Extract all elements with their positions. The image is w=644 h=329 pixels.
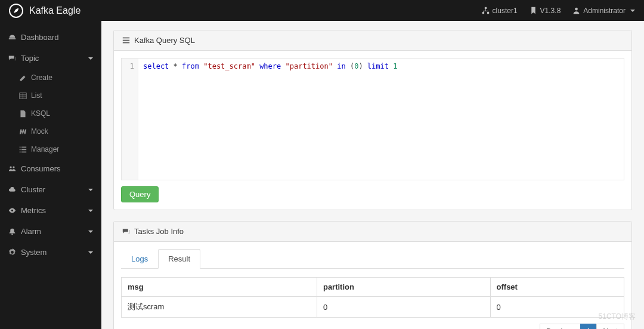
pager-next[interactable]: Next <box>596 324 624 329</box>
nav-dashboard[interactable]: Dashboard <box>0 27 101 48</box>
feather-icon <box>9 4 23 18</box>
dashboard-icon <box>8 33 16 41</box>
bookmark-icon <box>530 7 537 14</box>
svg-point-12 <box>10 166 11 168</box>
query-panel-header: Kafka Query SQL <box>114 30 631 51</box>
caret-down-icon <box>88 57 93 60</box>
tasks-icon <box>122 36 130 44</box>
tasks-panel-title: Tasks Job Info <box>134 227 184 236</box>
nav-alarm[interactable]: Alarm <box>0 221 101 242</box>
svg-rect-0 <box>484 7 486 9</box>
svg-rect-10 <box>20 151 21 152</box>
nav-topic-ksql[interactable]: KSQL <box>0 104 101 122</box>
sql-editor[interactable]: 1 select * from "test_scram" where "part… <box>121 58 624 180</box>
editor-code[interactable]: select * from "test_scram" where "partit… <box>138 59 402 180</box>
svg-point-13 <box>13 166 14 168</box>
svg-rect-9 <box>21 149 26 150</box>
nav-metrics[interactable]: Metrics <box>0 200 101 221</box>
col-msg[interactable]: msg <box>122 278 317 297</box>
sidebar: Dashboard Topic Create List KSQL Mock Ma… <box>0 21 101 329</box>
editor-gutter: 1 <box>122 59 138 180</box>
nav-system[interactable]: System <box>0 242 101 263</box>
nav-topic-list[interactable]: List <box>0 87 101 104</box>
svg-rect-8 <box>20 149 21 150</box>
nav-topic[interactable]: Topic <box>0 48 101 69</box>
nav-topic-create[interactable]: Create <box>0 69 101 87</box>
caret-down-icon <box>630 10 635 12</box>
cluster-dropdown[interactable]: cluster1 <box>482 7 518 15</box>
sitemap-icon <box>482 7 490 14</box>
cell-offset: 0 <box>490 297 624 318</box>
top-right: cluster1 V1.3.8 Administrator <box>482 7 635 15</box>
nav-topic-mock[interactable]: Mock <box>0 122 101 140</box>
tasks-panel: Tasks Job Info Logs Result msg partition… <box>113 221 632 329</box>
brand-wrap[interactable]: Kafka Eagle <box>9 4 80 18</box>
nav-topic-manager[interactable]: Manager <box>0 140 101 158</box>
svg-rect-4 <box>9 38 16 39</box>
cell-msg: 测试scram <box>122 297 317 318</box>
pager-page-1[interactable]: 1 <box>580 324 597 329</box>
pager-prev[interactable]: Previous <box>540 324 581 329</box>
tasks-panel-header: Tasks Job Info <box>114 222 631 242</box>
tabs: Logs Result <box>121 249 624 269</box>
gear-icon <box>8 248 16 256</box>
query-panel-title: Kafka Query SQL <box>134 36 195 45</box>
main: Kafka Query SQL 1 select * from "test_sc… <box>101 21 644 329</box>
tab-logs[interactable]: Logs <box>121 249 158 269</box>
comments-icon <box>8 54 16 62</box>
caret-down-icon <box>88 251 93 254</box>
query-button[interactable]: Query <box>121 186 159 202</box>
caret-down-icon <box>88 189 93 191</box>
table-row: 测试scram 0 0 <box>122 297 624 318</box>
table-info: Showing 1 to 1 of 1 entries <box>121 327 213 330</box>
svg-rect-11 <box>21 151 26 152</box>
table-footer: Showing 1 to 1 of 1 entries Previous 1 N… <box>121 324 624 329</box>
pencil-icon <box>19 74 27 82</box>
tab-result[interactable]: Result <box>158 249 200 269</box>
list-icon <box>19 146 27 153</box>
file-icon <box>19 110 27 118</box>
svg-rect-2 <box>487 12 489 14</box>
col-offset[interactable]: offset <box>490 278 624 297</box>
brand-title: Kafka Eagle <box>29 5 80 16</box>
caret-down-icon <box>88 210 93 212</box>
eye-icon <box>8 207 16 214</box>
users-icon <box>8 165 16 173</box>
col-partition[interactable]: partition <box>317 278 490 297</box>
query-panel: Kafka Query SQL 1 select * from "test_sc… <box>113 30 632 210</box>
svg-point-3 <box>575 8 578 11</box>
version-label[interactable]: V1.3.8 <box>530 7 561 15</box>
maxcdn-icon <box>19 128 27 136</box>
cloud-icon <box>8 186 16 193</box>
user-icon <box>572 7 580 14</box>
svg-rect-1 <box>482 12 484 14</box>
caret-down-icon <box>88 230 93 233</box>
svg-rect-15 <box>123 40 129 41</box>
nav-cluster[interactable]: Cluster <box>0 179 101 200</box>
result-table: msg partition offset 测试scram 0 0 <box>121 277 624 318</box>
svg-rect-16 <box>123 42 129 44</box>
table-header-row: msg partition offset <box>122 278 624 297</box>
pager: Previous 1 Next <box>540 324 624 329</box>
cell-partition: 0 <box>317 297 490 318</box>
user-dropdown[interactable]: Administrator <box>572 7 635 15</box>
comments-icon <box>122 227 130 235</box>
topbar: Kafka Eagle cluster1 V1.3.8 Administrato… <box>0 0 644 21</box>
svg-rect-6 <box>20 146 21 147</box>
bell-icon <box>8 227 16 235</box>
svg-rect-7 <box>21 146 26 147</box>
nav-consumers[interactable]: Consumers <box>0 158 101 179</box>
svg-rect-14 <box>123 38 129 39</box>
cluster-label: cluster1 <box>493 7 518 15</box>
table-icon <box>19 92 27 100</box>
